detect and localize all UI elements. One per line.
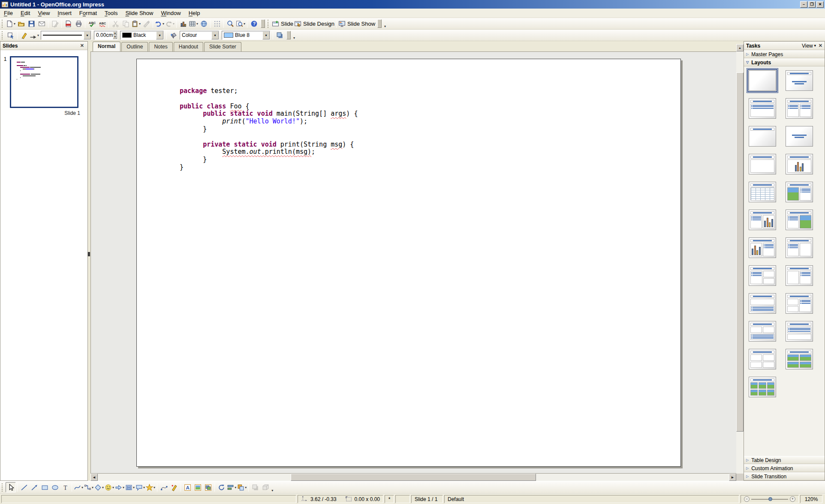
zoom-in-button[interactable]: + xyxy=(790,496,795,502)
arrow-button[interactable] xyxy=(29,482,39,492)
toolbar-grip[interactable] xyxy=(2,31,4,39)
code-text-frame[interactable]: package tester; public class Foo { publi… xyxy=(180,87,358,171)
layout-title-chart[interactable] xyxy=(786,154,813,174)
dropdown-arrow-icon[interactable]: ▾ xyxy=(14,22,15,26)
dropdown-arrow-icon[interactable]: ▾ xyxy=(244,22,245,26)
tab-notes[interactable]: Notes xyxy=(149,42,172,51)
toolbar-grip[interactable] xyxy=(268,20,270,28)
menu-window[interactable]: Window xyxy=(157,9,184,17)
menu-tools[interactable]: Tools xyxy=(101,9,121,17)
toolbar-handle[interactable] xyxy=(286,31,291,39)
toolbar-handle[interactable] xyxy=(261,19,265,28)
layout-title-two-objects-text[interactable] xyxy=(786,293,813,314)
toolbar-handle[interactable] xyxy=(377,19,382,28)
fill-type-dropdown-button[interactable]: ▾ xyxy=(211,31,219,39)
line-button[interactable] xyxy=(19,482,29,492)
vertical-scroll-thumb[interactable] xyxy=(736,72,744,431)
from-file-button[interactable] xyxy=(193,482,203,492)
block-arrows-button[interactable]: ▾ xyxy=(114,482,125,492)
toolbar-overflow-button[interactable]: ▾ xyxy=(293,36,295,40)
toolbar-overflow-button[interactable]: ▾ xyxy=(384,24,386,28)
autospellcheck-button[interactable]: ABC xyxy=(97,18,107,29)
export-pdf-button[interactable] xyxy=(63,18,73,29)
menu-slide-show[interactable]: Slide Show xyxy=(121,9,157,17)
open-button[interactable] xyxy=(16,18,26,29)
scroll-up-button[interactable]: ▲ xyxy=(736,44,744,51)
splitter-handle[interactable] xyxy=(88,252,90,256)
layout-title-object-text-below[interactable] xyxy=(749,293,776,314)
rotate-button[interactable] xyxy=(216,482,226,492)
flowchart-button[interactable]: ▾ xyxy=(125,482,135,492)
rectangle-button[interactable] xyxy=(39,482,50,492)
dropdown-arrow-icon[interactable]: ▾ xyxy=(81,486,83,489)
vertical-scrollbar[interactable]: ▲ ▼ xyxy=(736,51,744,474)
layout-title-only[interactable] xyxy=(749,126,776,147)
fill-color-dropdown-button[interactable]: ▾ xyxy=(262,31,270,39)
shadow-button[interactable] xyxy=(274,30,285,40)
fill-color-select[interactable]: Blue 8 ▾ xyxy=(222,31,270,40)
menu-view[interactable]: View xyxy=(34,9,54,17)
dropdown-arrow-icon[interactable]: ▾ xyxy=(235,486,236,489)
menu-help[interactable]: Help xyxy=(185,9,204,17)
dropdown-arrow-icon[interactable]: ▾ xyxy=(92,486,93,489)
line-width-stepper[interactable]: 0.00cm ▲▼ xyxy=(94,31,117,40)
tasks-panel-close-icon[interactable]: ✕ xyxy=(819,43,822,48)
layout-title-clipart-text[interactable] xyxy=(786,182,813,202)
section-layouts[interactable]: ▽Layouts xyxy=(744,58,825,66)
dropdown-arrow-icon[interactable]: ▾ xyxy=(112,486,114,489)
fill-button[interactable] xyxy=(168,30,178,40)
select-button[interactable] xyxy=(6,482,16,492)
layout-title-two-objects-above-text[interactable] xyxy=(749,321,776,342)
dropdown-arrow-icon[interactable]: ▾ xyxy=(173,22,175,26)
layout-centered-text[interactable] xyxy=(786,126,813,147)
chart-button[interactable] xyxy=(178,18,188,29)
callouts-button[interactable]: ▾ xyxy=(135,482,145,492)
zoom-out-button[interactable]: − xyxy=(744,496,750,502)
hyperlink-button[interactable] xyxy=(199,18,209,29)
spellcheck-button[interactable]: ABC xyxy=(87,18,97,29)
slide-design-button[interactable]: Slide Design xyxy=(294,18,335,29)
menu-file[interactable]: File xyxy=(0,9,17,17)
menu-edit[interactable]: Edit xyxy=(17,9,34,17)
tasks-view-button[interactable]: View xyxy=(802,43,813,49)
save-button[interactable] xyxy=(26,18,36,29)
email-button[interactable] xyxy=(36,18,47,29)
curve-button[interactable]: ▾ xyxy=(73,482,84,492)
table-button[interactable]: ▾ xyxy=(188,18,199,29)
zoom-slider[interactable]: − + xyxy=(744,496,795,502)
scroll-left-button[interactable]: ◀ xyxy=(90,474,98,481)
line-color-dropdown-button[interactable]: ▾ xyxy=(156,31,163,39)
layout-title-table[interactable] xyxy=(749,182,776,202)
styles-button[interactable] xyxy=(6,30,16,40)
menu-format[interactable]: Format xyxy=(75,9,101,17)
layout-title-content-frame[interactable] xyxy=(749,154,776,174)
tab-slide-sorter[interactable]: Slide Sorter xyxy=(204,42,241,51)
tab-normal[interactable]: Normal xyxy=(93,42,120,51)
help-button[interactable]: ? xyxy=(249,18,259,29)
print-button[interactable] xyxy=(73,18,84,29)
section-custom-animation[interactable]: ▷Custom Animation xyxy=(744,464,825,472)
toolbar-overflow-button[interactable]: ▾ xyxy=(271,489,273,492)
layout-title-four-clipart[interactable] xyxy=(786,349,813,369)
status-zoom-cell[interactable]: 120% xyxy=(800,495,822,503)
dropdown-arrow-icon[interactable]: ▾ xyxy=(102,486,104,489)
dropdown-arrow-icon[interactable]: ▾ xyxy=(163,22,164,26)
connector-button[interactable]: ▾ xyxy=(84,482,94,492)
layout-title-text-above-object[interactable] xyxy=(786,321,813,342)
toolbar-grip[interactable] xyxy=(2,483,4,492)
layout-title-object-text[interactable] xyxy=(786,265,813,286)
display-grid-button[interactable] xyxy=(212,18,222,29)
layout-title-text-chart[interactable] xyxy=(749,210,776,230)
pen-button[interactable] xyxy=(19,30,29,40)
dropdown-arrow-icon[interactable]: ▾ xyxy=(196,22,198,26)
new-document-button[interactable]: ▾ xyxy=(6,18,16,29)
arrange-button[interactable]: ▾ xyxy=(237,482,247,492)
slide-canvas[interactable]: package tester; public class Foo { publi… xyxy=(136,59,681,467)
dropdown-arrow-icon[interactable]: ▾ xyxy=(143,486,145,489)
layout-title-two-content[interactable] xyxy=(786,98,813,119)
gallery-button[interactable] xyxy=(203,482,213,492)
section-slide-transition[interactable]: ▷Slide Transition xyxy=(744,472,825,480)
dropdown-arrow-icon[interactable]: ▾ xyxy=(245,486,247,489)
line-width-down-button[interactable]: ▼ xyxy=(113,35,117,39)
layout-title-slide[interactable] xyxy=(786,70,813,91)
